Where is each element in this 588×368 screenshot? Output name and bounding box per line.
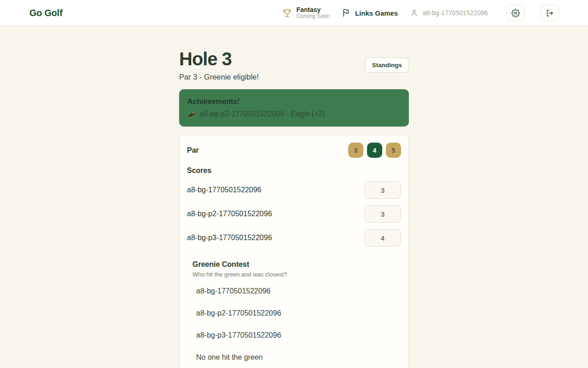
nav-item-user[interactable]: a8-bg-1770501522096: [410, 9, 488, 17]
gear-icon: [511, 9, 520, 17]
score-row: a8-bg-p3-1770501522096: [187, 229, 401, 247]
greenie-options: a8-bg-1770501522096 a8-bg-p2-17705015220…: [192, 282, 401, 366]
trophy-icon: [282, 8, 292, 18]
nav-item-links-games[interactable]: Links Games: [342, 8, 398, 17]
score-row: a8-bg-p2-1770501522096: [187, 205, 401, 223]
logout-button[interactable]: [540, 5, 559, 21]
score-input-player2[interactable]: [364, 205, 401, 223]
flag-icon: [342, 8, 351, 17]
greenie-subtitle: Who hit the green and was closest?: [192, 271, 401, 278]
par-chip-3[interactable]: 3: [348, 143, 363, 158]
page-title: Hole 3: [179, 48, 259, 69]
par-row: Par 3 4 5: [187, 143, 401, 158]
par-chips: 3 4 5: [348, 143, 401, 158]
score-input-player3[interactable]: [364, 229, 401, 247]
player-name: a8-bg-p2-1770501522096: [187, 210, 272, 218]
nav-item-fantasy[interactable]: Fantasy Coming Soon: [282, 6, 330, 20]
scores-label: Scores: [187, 167, 401, 175]
standings-button[interactable]: Standings: [365, 58, 409, 73]
settings-button[interactable]: [506, 5, 525, 21]
player-name: a8-bg-1770501522096: [187, 186, 261, 194]
greenie-option-player1[interactable]: a8-bg-1770501522096: [192, 282, 401, 300]
title-row: Hole 3 Par 3 - Greenie eligible! Standin…: [179, 48, 409, 81]
greenie-option-player3[interactable]: a8-bg-p3-1770501522096: [192, 327, 401, 344]
fantasy-label: Fantasy: [296, 6, 330, 13]
par-label: Par: [187, 146, 199, 155]
fantasy-sublabel: Coming Soon: [296, 13, 330, 20]
achievement-text: a8-bg-p2-1770501522096 - Eagle (+2): [199, 110, 325, 118]
greenie-contest-section: Greenie Contest Who hit the green and wa…: [187, 260, 401, 368]
achievements-title: Achievements!: [187, 98, 401, 106]
scorecard: Par 3 4 5 Scores a8-bg-1770501522096 a8-…: [179, 135, 409, 368]
par-chip-5[interactable]: 5: [386, 143, 401, 158]
logout-icon: [545, 9, 554, 17]
par-chip-4[interactable]: 4: [367, 143, 382, 158]
user-icon: [410, 9, 418, 17]
main-content: Hole 3 Par 3 - Greenie eligible! Standin…: [179, 26, 409, 368]
achievement-item: a8-bg-p2-1770501522096 - Eagle (+2): [187, 110, 401, 118]
page-subtitle: Par 3 - Greenie eligible!: [179, 73, 259, 81]
brand-logo[interactable]: Go Golf: [29, 8, 62, 18]
user-id-label: a8-bg-1770501522096: [423, 9, 488, 17]
greenie-option-player2[interactable]: a8-bg-p2-1770501522096: [192, 305, 401, 322]
header-nav: Fantasy Coming Soon Links Games a8-bg-17…: [282, 5, 559, 21]
greenie-option-no-one[interactable]: No one hit the green: [192, 349, 401, 366]
links-games-label: Links Games: [355, 9, 398, 17]
score-row: a8-bg-1770501522096: [187, 181, 401, 199]
eagle-emoji-icon: [187, 110, 196, 118]
greenie-title: Greenie Contest: [192, 260, 401, 269]
achievements-banner: Achievements! a8-bg-p2-1770501522096 - E…: [179, 89, 409, 126]
player-name: a8-bg-p3-1770501522096: [187, 234, 272, 242]
app-header: Go Golf Fantasy Coming Soon: [0, 0, 588, 26]
score-input-player1[interactable]: [364, 181, 401, 199]
